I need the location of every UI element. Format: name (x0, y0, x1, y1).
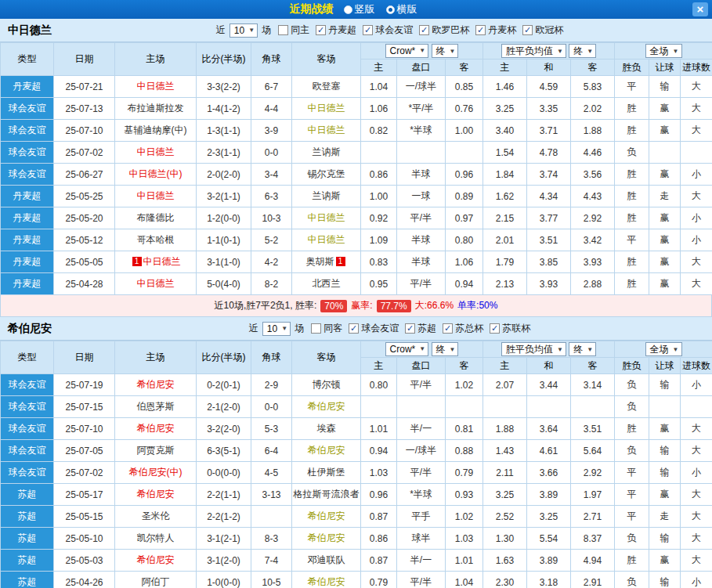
titlebar: 近期战绩 竖版 横版 × (0, 0, 712, 19)
filter-checkbox[interactable]: ✓苏总杯 (443, 322, 483, 335)
away-team-name: 兰讷斯 (313, 190, 341, 201)
mean-time-select[interactable]: 终▼ (569, 44, 596, 58)
date-cell: 25-07-21 (54, 76, 115, 98)
odds-time-select[interactable]: 终▼ (432, 44, 459, 58)
mean-away-cell: 2.92 (571, 462, 615, 484)
away-team-name: 兰讷斯 (313, 146, 341, 157)
away-team-cell: 邓迪联队 (292, 550, 361, 572)
home-team-cell: 中日德兰 (115, 273, 197, 295)
away-team-name: 博尔顿 (313, 379, 341, 390)
home-team-name: 阿贾克斯 (137, 445, 175, 456)
filter-checkbox[interactable]: ✓苏联杯 (490, 322, 530, 335)
odds-away-cell: 1.03 (446, 528, 483, 550)
col-handicap: 让球 (649, 60, 681, 76)
date-cell: 25-07-13 (54, 98, 115, 120)
filter-label: 同主 (291, 23, 309, 37)
league-cell: 丹麦超 (1, 207, 54, 229)
result-cell: 平 (615, 229, 649, 251)
filter-checkbox[interactable]: ✓丹麦超 (316, 23, 356, 37)
away-team-cell: 希伯尼安 (292, 506, 361, 528)
match-row: 丹麦超25-05-12哥本哈根1-1(0-1)5-2中日德兰1.09半球0.80… (1, 229, 712, 251)
filter-checkbox[interactable]: 同客 (311, 322, 342, 335)
away-team-cell: 希伯尼安 (292, 440, 361, 462)
filter-checkbox[interactable]: ✓丹麦杯 (475, 23, 516, 37)
scope-select[interactable]: 全场▼ (645, 44, 682, 58)
away-team-cell: 兰讷斯 (292, 142, 361, 164)
odds-time-select[interactable]: 终▼ (432, 342, 459, 356)
near-label: 近 (216, 23, 226, 37)
mean-home-cell: 2.13 (483, 273, 527, 295)
score-cell: 2-0(2-0) (197, 164, 251, 186)
league-cell: 苏超 (1, 506, 54, 528)
score-cell: 1-2(0-0) (197, 207, 251, 229)
mean-draw-cell: 3.85 (527, 251, 571, 273)
checkbox-icon (311, 323, 321, 334)
checkbox-icon: ✓ (363, 25, 373, 35)
filter-checkbox[interactable]: ✓球会友谊 (363, 23, 413, 37)
match-row: 苏超25-04-26阿伯丁1-0(0-0)10-5希伯尼安0.79平/半1.04… (1, 572, 712, 588)
summary-text: 大:66.6% (415, 299, 454, 312)
mean-draw-cell (527, 396, 571, 418)
chevron-down-icon: ▼ (673, 48, 679, 55)
mean-time-select[interactable]: 终▼ (569, 342, 596, 356)
odds-company-select[interactable]: Crow*▼ (385, 44, 429, 58)
home-team-name: 希伯尼安 (137, 554, 175, 565)
score-cell: 1-1(0-1) (197, 229, 251, 251)
summary-bar: 近10场,胜7平2负1, 胜率:70%赢率:77.7%大:66.6%单率:50% (0, 295, 712, 317)
away-team-cell: 锡尔克堡 (292, 164, 361, 186)
odds-line-cell: 平/半 (397, 207, 446, 229)
league-cell: 球会友谊 (1, 374, 54, 396)
checkbox-icon: ✓ (490, 323, 500, 334)
mean-home-cell: 1.62 (483, 186, 527, 207)
corner-cell: 3-4 (251, 164, 292, 186)
score-cell: 2-2(1-2) (197, 506, 251, 528)
mean-type-select[interactable]: 胜平负均值▼ (501, 342, 566, 356)
result-cell: 胜 (615, 98, 649, 120)
home-team-cell: 圣米伦 (115, 506, 197, 528)
corner-cell: 8-2 (251, 273, 292, 295)
away-team-cell: 北西兰 (292, 273, 361, 295)
filter-checkbox[interactable]: ✓球会友谊 (349, 322, 399, 335)
odds-home-cell: 0.82 (361, 120, 397, 142)
mean-type-select[interactable]: 胜平负均值▼ (501, 44, 566, 58)
mean-home-cell: 1.54 (483, 142, 527, 164)
col-handicap: 让球 (649, 358, 681, 374)
away-team-cell: 格拉斯哥流浪者 (292, 484, 361, 506)
home-team-name: 伯恩茅斯 (137, 401, 175, 412)
mean-draw-cell: 3.35 (527, 98, 571, 120)
score-cell: 3-2(1-1) (197, 186, 251, 207)
match-count-select[interactable]: 10▼ (262, 322, 291, 336)
score-cell: 3-1(2-0) (197, 550, 251, 572)
chevron-down-icon: ▼ (587, 346, 593, 353)
handicap-result-cell: 赢 (649, 98, 681, 120)
odds-home-cell: 0.86 (361, 528, 397, 550)
filter-checkbox[interactable]: ✓欧罗巴杯 (419, 23, 469, 37)
handicap-result-cell (649, 396, 681, 418)
away-team-name: 希伯尼安 (308, 510, 345, 521)
close-button[interactable]: × (692, 2, 708, 16)
mean-away-cell: 2.88 (571, 273, 615, 295)
layout-radio-horizontal[interactable]: 横版 (386, 2, 417, 16)
filter-checkbox[interactable]: ✓苏超 (405, 322, 436, 335)
result-cell: 胜 (615, 418, 649, 440)
layout-radio-vertical[interactable]: 竖版 (344, 2, 375, 16)
mean-draw-cell: 4.59 (527, 76, 571, 98)
odds-away-cell: 0.89 (446, 186, 483, 207)
mean-draw-cell: 5.54 (527, 528, 571, 550)
mean-home-cell: 2.07 (483, 374, 527, 396)
filter-checkbox[interactable]: ✓欧冠杯 (522, 23, 563, 37)
scope-select[interactable]: 全场▼ (645, 342, 682, 356)
mean-draw-cell: 3.93 (527, 273, 571, 295)
home-team-name: 中日德兰 (137, 190, 175, 201)
match-count-select[interactable]: 10▼ (230, 23, 258, 38)
corner-cell: 6-4 (251, 440, 292, 462)
odds-company-select[interactable]: Crow*▼ (385, 342, 429, 356)
col-type: 类型 (1, 43, 54, 76)
odds-line-cell: 一球 (397, 186, 446, 207)
filter-checkbox[interactable]: 同主 (278, 23, 309, 37)
home-team-cell: 阿贾克斯 (115, 440, 197, 462)
filter-label: 球会友谊 (361, 322, 399, 335)
result-cell: 胜 (615, 120, 649, 142)
chevron-down-icon: ▼ (248, 27, 255, 34)
goals-result-cell: 大 (681, 418, 712, 440)
